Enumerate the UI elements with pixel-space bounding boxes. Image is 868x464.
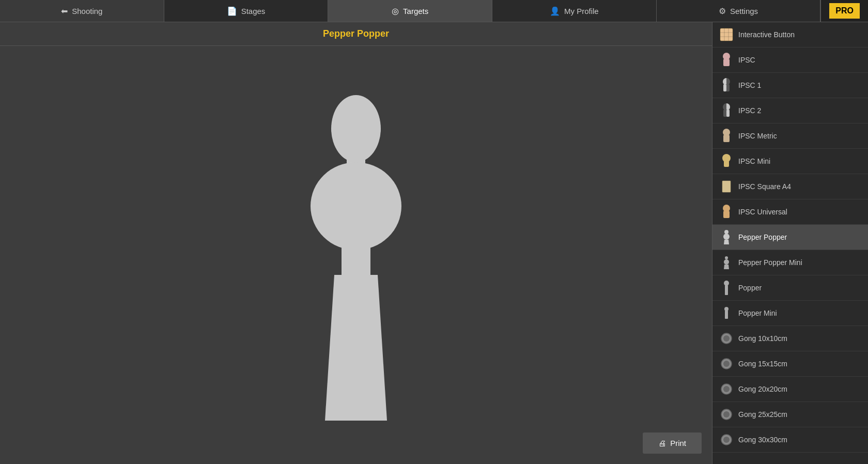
sidebar-label-ipsc: IPSC bbox=[738, 56, 755, 64]
svg-point-27 bbox=[723, 205, 730, 212]
svg-point-0 bbox=[331, 95, 381, 162]
svg-rect-38 bbox=[725, 311, 728, 319]
svg-rect-23 bbox=[723, 135, 730, 142]
nav-label-targets: Targets bbox=[403, 7, 428, 16]
sidebar-item-gong-30x30[interactable]: Gong 30x30cm bbox=[712, 427, 868, 453]
sidebar-item-popper[interactable]: Popper bbox=[712, 275, 868, 301]
pepper-popper-icon bbox=[720, 230, 733, 244]
svg-point-30 bbox=[723, 234, 730, 240]
svg-point-42 bbox=[723, 361, 730, 367]
print-button[interactable]: 🖨 Print bbox=[643, 432, 702, 454]
sidebar-item-ipsc-mini[interactable]: IPSC Mini bbox=[712, 149, 868, 174]
interactive-button-icon bbox=[720, 28, 733, 41]
gong-20x20-icon bbox=[720, 382, 733, 396]
print-label: Print bbox=[670, 439, 686, 447]
canvas-content bbox=[0, 46, 712, 464]
nav-label-settings: Settings bbox=[730, 7, 758, 16]
settings-icon: ⚙ bbox=[719, 6, 726, 16]
svg-point-40 bbox=[723, 335, 730, 342]
svg-point-32 bbox=[725, 256, 728, 259]
svg-point-33 bbox=[724, 259, 729, 265]
targets-icon: ◎ bbox=[392, 6, 399, 16]
ipsc2-icon bbox=[720, 104, 733, 117]
svg-rect-28 bbox=[723, 211, 730, 218]
svg-point-46 bbox=[723, 411, 730, 417]
sidebar-label-ipsc-universal: IPSC Universal bbox=[738, 208, 787, 216]
sidebar-item-gong-15x15[interactable]: Gong 15x15cm bbox=[712, 351, 868, 377]
sidebar-label-gong-20x20: Gong 20x20cm bbox=[738, 385, 787, 393]
svg-rect-16 bbox=[723, 84, 726, 91]
ipsc-mini-icon bbox=[720, 154, 733, 168]
sidebar-item-ipsc-square-a4[interactable]: IPSC Square A4 bbox=[712, 174, 868, 199]
ipsc-metric-icon bbox=[720, 129, 733, 143]
svg-marker-4 bbox=[325, 275, 387, 421]
sidebar-item-ipsc-universal[interactable]: IPSC Universal bbox=[712, 199, 868, 225]
sidebar-item-ipsc2[interactable]: IPSC 2 bbox=[712, 98, 868, 123]
sidebar-item-ipsc-metric[interactable]: IPSC Metric bbox=[712, 123, 868, 149]
sidebar-item-gong-20x20[interactable]: Gong 20x20cm bbox=[712, 377, 868, 402]
sidebar-item-gong-25x25[interactable]: Gong 25x25cm bbox=[712, 402, 868, 427]
svg-point-48 bbox=[723, 437, 730, 443]
svg-point-10 bbox=[723, 53, 730, 60]
shooting-icon: ⬅ bbox=[61, 6, 68, 16]
nav-item-shooting[interactable]: ⬅ Shooting bbox=[0, 0, 164, 22]
pepper-popper-svg bbox=[304, 80, 408, 431]
canvas-area: Pepper Popper 🖨 Print bbox=[0, 22, 712, 464]
sidebar-label-ipsc2: IPSC 2 bbox=[738, 106, 761, 115]
sidebar-label-gong-15x15: Gong 15x15cm bbox=[738, 360, 787, 368]
svg-rect-26 bbox=[722, 181, 731, 192]
sidebar-item-pepper-popper-mini[interactable]: Pepper Popper Mini bbox=[712, 250, 868, 275]
svg-rect-25 bbox=[724, 161, 729, 167]
svg-point-35 bbox=[724, 281, 729, 286]
sidebar-item-gong-10x10[interactable]: Gong 10x10cm bbox=[712, 326, 868, 351]
svg-rect-11 bbox=[723, 59, 730, 66]
gong-25x25-icon bbox=[720, 408, 733, 421]
nav-item-stages[interactable]: 📄 Stages bbox=[164, 0, 329, 22]
svg-rect-36 bbox=[725, 285, 728, 295]
ipsc-square-a4-icon bbox=[720, 180, 733, 193]
sidebar-item-pepper-popper[interactable]: Pepper Popper bbox=[712, 225, 868, 250]
nav-label-myprofile: My Profile bbox=[564, 7, 599, 16]
sidebar-label-ipsc1: IPSC 1 bbox=[738, 81, 761, 89]
gong-10x10-icon bbox=[720, 332, 733, 345]
ipsc1-icon bbox=[720, 79, 733, 92]
sidebar-item-ipsc[interactable]: IPSC bbox=[712, 48, 868, 73]
sidebar-label-pepper-popper: Pepper Popper bbox=[738, 233, 787, 241]
svg-point-37 bbox=[724, 307, 729, 311]
nav-bar: ⬅ Shooting 📄 Stages ◎ Targets 👤 My Profi… bbox=[0, 0, 868, 22]
sidebar-label-interactive-button: Interactive Button bbox=[738, 30, 795, 39]
sidebar-label-popper: Popper bbox=[738, 284, 762, 292]
nav-item-targets[interactable]: ◎ Targets bbox=[328, 0, 492, 22]
profile-icon: 👤 bbox=[550, 6, 560, 16]
sidebar-label-ipsc-square-a4: IPSC Square A4 bbox=[738, 182, 791, 191]
pro-badge-text: PRO bbox=[829, 3, 860, 19]
gong-15x15-icon bbox=[720, 357, 733, 370]
sidebar-item-popper-mini[interactable]: Popper Mini bbox=[712, 301, 868, 326]
sidebar-label-ipsc-metric: IPSC Metric bbox=[738, 132, 777, 140]
sidebar-item-interactive-button[interactable]: Interactive Button bbox=[712, 22, 868, 48]
svg-point-44 bbox=[723, 386, 730, 392]
popper-icon bbox=[720, 281, 733, 295]
svg-rect-5 bbox=[720, 28, 733, 41]
print-bar: 🖨 Print bbox=[643, 432, 702, 454]
svg-marker-34 bbox=[724, 265, 729, 269]
gong-30x30-icon bbox=[720, 433, 733, 446]
sidebar-item-ipsc1[interactable]: IPSC 1 bbox=[712, 73, 868, 98]
svg-point-22 bbox=[723, 129, 730, 136]
popper-mini-icon bbox=[720, 306, 733, 320]
sidebar-label-popper-mini: Popper Mini bbox=[738, 309, 777, 317]
nav-item-myprofile[interactable]: 👤 My Profile bbox=[492, 0, 657, 22]
sidebar-label-gong-30x30: Gong 30x30cm bbox=[738, 436, 787, 444]
nav-label-shooting: Shooting bbox=[72, 7, 102, 16]
sidebar-label-pepper-popper-mini: Pepper Popper Mini bbox=[738, 258, 802, 267]
sidebar-label-gong-25x25: Gong 25x25cm bbox=[738, 410, 787, 419]
ipsc-universal-icon bbox=[720, 205, 733, 219]
nav-item-settings[interactable]: ⚙ Settings bbox=[657, 0, 821, 22]
svg-marker-31 bbox=[724, 240, 729, 244]
svg-point-29 bbox=[724, 230, 729, 234]
pepper-popper-mini-icon bbox=[720, 256, 733, 269]
canvas-title: Pepper Popper bbox=[0, 22, 712, 46]
svg-point-2 bbox=[311, 162, 401, 250]
pro-badge: PRO bbox=[820, 0, 868, 22]
sidebar-label-ipsc-mini: IPSC Mini bbox=[738, 157, 770, 165]
